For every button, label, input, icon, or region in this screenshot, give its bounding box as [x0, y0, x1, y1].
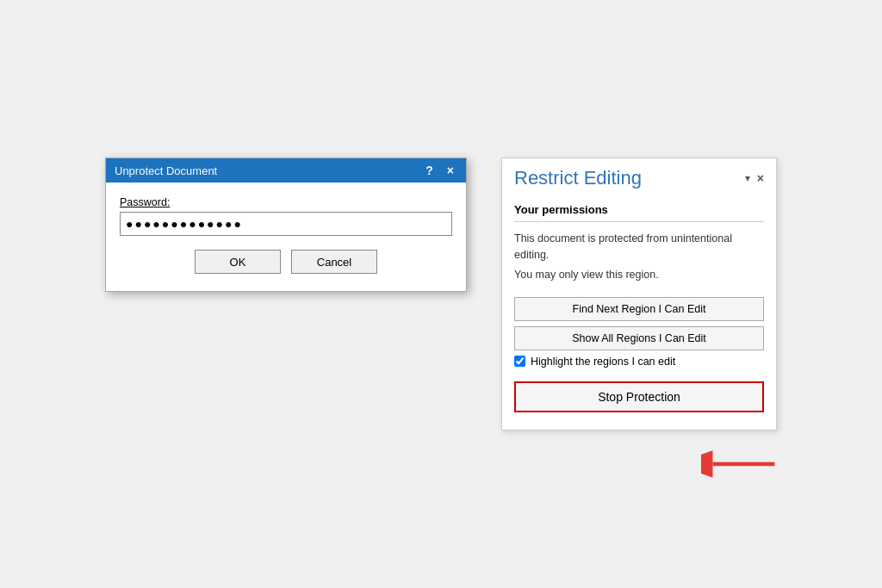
permissions-text1: This document is protected from unintent… [514, 231, 764, 263]
restrict-panel-header-controls: ▾ × [745, 171, 764, 185]
dialog-titlebar-controls: ? × [422, 164, 457, 177]
dialog-buttons: OK Cancel [120, 250, 452, 274]
restrict-panel-header: Restrict Editing ▾ × [502, 158, 776, 195]
permissions-divider [514, 221, 764, 222]
dialog-title: Unprotect Document [115, 164, 422, 177]
highlight-label[interactable]: Highlight the regions I can edit [531, 356, 675, 368]
show-all-regions-button[interactable]: Show All Regions I Can Edit [514, 326, 764, 350]
dialog-help-button[interactable]: ? [422, 164, 437, 177]
password-label-text: Password: [120, 196, 170, 208]
password-label: Password: [120, 196, 452, 208]
permissions-text2: You may only view this region. [514, 267, 764, 283]
unprotect-dialog: Unprotect Document ? × Password: OK Canc… [105, 158, 467, 292]
dialog-titlebar: Unprotect Document ? × [106, 158, 466, 183]
highlight-checkbox[interactable] [514, 356, 525, 367]
find-next-region-button[interactable]: Find Next Region I Can Edit [514, 297, 764, 321]
dialog-close-button[interactable]: × [444, 164, 457, 176]
restrict-panel-pin-button[interactable]: ▾ [745, 172, 750, 184]
password-input[interactable] [120, 212, 452, 236]
ok-button[interactable]: OK [195, 250, 281, 274]
cancel-button[interactable]: Cancel [291, 250, 377, 274]
dialog-body: Password: OK Cancel [106, 183, 466, 291]
permissions-heading: Your permissions [514, 203, 764, 216]
highlight-checkbox-row: Highlight the regions I can edit [514, 356, 764, 368]
stop-protection-button[interactable]: Stop Protection [514, 381, 764, 412]
main-container: Unprotect Document ? × Password: OK Canc… [0, 123, 882, 464]
restrict-panel-title: Restrict Editing [514, 167, 642, 189]
restrict-panel-body: Your permissions This document is protec… [502, 195, 776, 429]
restrict-panel-close-button[interactable]: × [757, 171, 764, 185]
restrict-editing-panel: Restrict Editing ▾ × Your permissions Th… [501, 158, 777, 430]
